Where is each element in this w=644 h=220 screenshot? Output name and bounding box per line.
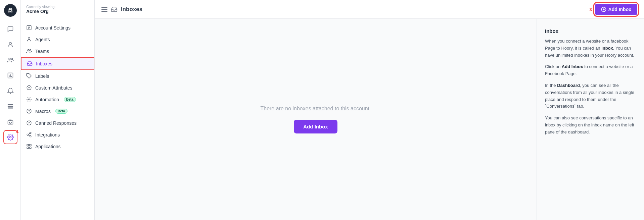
step-label-1: 1 (16, 129, 18, 134)
svg-point-17 (28, 50, 29, 51)
topbar-left: Inboxes (101, 6, 142, 13)
nav-icon-reports[interactable] (3, 68, 17, 82)
svg-point-14 (9, 136, 11, 138)
inbox-empty-state: There are no inboxes attached to this ac… (95, 19, 537, 220)
sidebar-item-macros[interactable]: Macros Beta (21, 105, 94, 117)
svg-rect-8 (8, 106, 13, 107)
nav-icon-conversations[interactable] (3, 22, 17, 36)
add-inbox-btn-wrapper: 3 Add Inbox (595, 4, 637, 15)
info-panel-p3: In the Dashboard, you can see all the co… (545, 82, 636, 110)
sidebar-item-account-settings[interactable]: Account Settings (21, 22, 94, 34)
sidebar-item-custom-attributes[interactable]: Custom Attributes (21, 82, 94, 94)
sidebar-item-applications[interactable]: Applications (21, 141, 94, 152)
sidebar-item-agents[interactable]: Agents (21, 34, 94, 45)
content-area: There are no inboxes attached to this ac… (95, 19, 644, 220)
svg-point-12 (9, 122, 10, 123)
sidebar-item-automation[interactable]: Automation Beta (21, 94, 94, 105)
svg-point-1 (9, 9, 10, 10)
hamburger-icon[interactable] (101, 7, 107, 12)
svg-point-25 (30, 132, 31, 133)
svg-point-2 (10, 9, 11, 10)
org-name: Acme Org (26, 9, 89, 14)
svg-point-27 (30, 135, 31, 137)
nav-icon-bot[interactable] (3, 115, 17, 129)
plus-circle-icon (601, 7, 606, 12)
svg-rect-30 (27, 144, 29, 146)
sidebar-nav: Account Settings Agents Teams Inboxes 2 (21, 19, 94, 220)
empty-state-text: There are no inboxes attached to this ac… (260, 106, 371, 112)
svg-point-18 (30, 50, 31, 51)
sidebar-label-inboxes: Inboxes (36, 61, 52, 66)
currently-viewing-label: Currently viewing: (26, 5, 89, 9)
add-inbox-center-button[interactable]: Add Inbox (294, 120, 337, 133)
svg-rect-10 (8, 121, 13, 124)
sidebar-item-integrations[interactable]: Integrations (21, 129, 94, 141)
main-area: Inboxes 3 Add Inbox There are no inboxes… (95, 0, 644, 220)
nav-icon-groups[interactable] (3, 53, 17, 67)
sidebar-item-labels[interactable]: Labels (21, 70, 94, 82)
svg-rect-7 (8, 104, 13, 105)
sidebar-label-labels: Labels (35, 73, 49, 79)
sidebar-label-account-settings: Account Settings (35, 25, 71, 31)
sidebar-header: Currently viewing: Acme Org (21, 0, 94, 19)
svg-rect-33 (30, 147, 31, 149)
automation-badge: Beta (64, 97, 76, 102)
svg-line-28 (28, 135, 30, 136)
nav-icon-settings[interactable]: 1 (3, 130, 17, 144)
sidebar-label-automation: Automation (35, 97, 59, 102)
sidebar-label-integrations: Integrations (35, 132, 60, 138)
info-panel-p1: When you connect a website or a facebook… (545, 38, 636, 59)
info-panel-p2: Click on Add Inbox to connect a website … (545, 63, 636, 77)
nav-icon-list[interactable] (3, 99, 17, 113)
sidebar-label-agents: Agents (35, 37, 50, 42)
add-inbox-btn-label: Add Inbox (608, 7, 631, 12)
info-panel: Inbox When you connect a website or a fa… (537, 19, 644, 220)
macros-badge: Beta (55, 109, 67, 114)
sidebar-item-teams[interactable]: Teams (21, 45, 94, 57)
svg-rect-31 (30, 144, 31, 146)
sidebar-label-macros: Macros (35, 109, 51, 114)
add-inbox-button[interactable]: Add Inbox (595, 4, 637, 15)
sidebar-label-teams: Teams (35, 49, 49, 54)
svg-line-29 (28, 133, 30, 134)
svg-point-21 (28, 99, 30, 100)
svg-point-13 (11, 122, 11, 123)
sidebar-label-canned-responses: Canned Responses (35, 120, 77, 126)
nav-icon-contacts[interactable] (3, 38, 17, 52)
topbar-title: Inboxes (121, 6, 142, 13)
sidebar-item-canned-responses[interactable]: Canned Responses (21, 117, 94, 129)
app-logo (4, 4, 17, 17)
svg-point-3 (9, 42, 11, 45)
nav-icon-notifications[interactable] (3, 84, 17, 98)
svg-rect-32 (27, 147, 29, 149)
sidebar-label-custom-attributes: Custom Attributes (35, 85, 73, 91)
info-panel-p4: You can also see conversations specific … (545, 115, 636, 135)
svg-point-4 (9, 58, 10, 60)
svg-point-16 (28, 38, 30, 40)
sidebar: Currently viewing: Acme Org Account Sett… (21, 0, 95, 220)
svg-point-22 (27, 109, 31, 113)
sidebar-item-inboxes[interactable]: Inboxes 2 (21, 57, 94, 70)
svg-point-11 (10, 119, 11, 120)
sidebar-label-applications: Applications (35, 144, 61, 149)
svg-point-5 (11, 58, 12, 60)
svg-point-26 (27, 134, 28, 135)
info-panel-title: Inbox (545, 28, 636, 34)
svg-rect-9 (8, 108, 13, 108)
inboxes-topbar-icon (111, 6, 118, 13)
step-label-3: 3 (590, 7, 592, 12)
icon-bar: 1 (0, 0, 21, 220)
topbar: Inboxes 3 Add Inbox (95, 0, 644, 19)
